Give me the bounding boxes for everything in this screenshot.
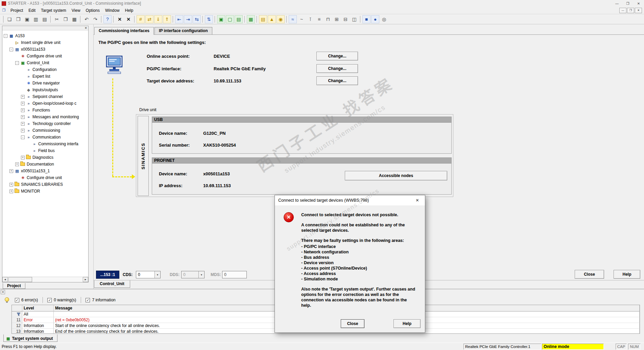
disconnect-drive-icon[interactable]: ⇆ — [193, 15, 201, 23]
tree-toggle[interactable]: + — [15, 162, 19, 166]
tree-item-insert-single-drive-unit[interactable]: ▷Insert single drive unit — [2, 39, 88, 46]
print-icon[interactable]: ▤ — [41, 15, 49, 23]
tree-toggle[interactable]: + — [21, 102, 25, 105]
accessible-nodes-icon[interactable]: # — [137, 15, 145, 23]
scroll-right-button[interactable]: ► — [83, 277, 88, 282]
record-icon[interactable]: ● — [371, 15, 379, 23]
menu-help[interactable]: Help — [122, 7, 136, 14]
redo-icon[interactable]: ↷ — [91, 15, 99, 23]
cds-dropdown-icon[interactable]: ▼ — [154, 271, 160, 278]
tab-project[interactable]: Project — [3, 283, 25, 289]
tree-toggle[interactable]: + — [21, 115, 25, 119]
help-pointer-icon[interactable]: ? — [103, 15, 112, 23]
mdi-close-button[interactable]: ✕ — [635, 8, 642, 13]
tree-item-inputs-outputs[interactable]: ◈Inputs/outputs — [2, 86, 88, 93]
configuration-icon[interactable]: ⊞ — [333, 15, 341, 23]
online-mode-icon[interactable]: ▣ — [217, 15, 225, 23]
tree-item-expert-list[interactable]: »Expert list — [2, 73, 88, 80]
tree-toggle[interactable]: + — [9, 183, 13, 186]
download-target-icon[interactable]: ⇓ — [154, 15, 162, 23]
tree-panel-close-button[interactable]: ✕ — [84, 26, 88, 30]
output-panel-close-button[interactable]: ✕ — [1, 290, 5, 294]
tree-horizontal-scrollbar[interactable]: ◄ ► — [2, 277, 88, 282]
tree-toggle[interactable]: - — [9, 48, 13, 51]
menu-options[interactable]: Options — [83, 7, 102, 14]
change-access-point-button[interactable]: Change... — [316, 52, 358, 60]
tree-item-x005011a153[interactable]: -▤x005011a153 — [2, 46, 88, 53]
dds-dropdown-icon[interactable]: ▼ — [198, 271, 204, 278]
warnings-filter-checkbox[interactable]: ✓ — [47, 298, 52, 302]
expert-list-icon[interactable]: ▤ — [259, 15, 267, 23]
tree-item-x005011a153-1[interactable]: +▤x005011a153_1 — [2, 168, 88, 174]
errors-filter-checkbox[interactable]: ✓ — [15, 298, 19, 302]
alarm-history-icon[interactable]: ▲ — [268, 15, 276, 23]
tree-item-messages-and-monitoring[interactable]: +»Messages and monitoring — [2, 114, 88, 120]
paste-icon[interactable]: ▦ — [70, 15, 78, 23]
tab-control-unit[interactable]: Control_Unit — [94, 280, 130, 288]
menu-target-system[interactable]: Target system — [38, 7, 69, 14]
information-filter-checkbox[interactable]: ✓ — [86, 298, 90, 302]
restore-button[interactable]: ❐ — [622, 0, 633, 7]
copy-ram-rom-icon[interactable]: ▤ — [235, 15, 243, 23]
trace-icon[interactable]: ≈ — [289, 15, 297, 23]
tree-item-documentation[interactable]: +Documentation — [2, 161, 88, 168]
tree-item-functions[interactable]: +»Functions — [2, 107, 88, 114]
tree-item-sinamics-libraries[interactable]: +SINAMICS LIBRARIES — [2, 181, 88, 188]
cds-select[interactable]: 0 ▼ — [136, 271, 161, 278]
tree-toggle[interactable]: - — [15, 61, 19, 65]
undo-icon[interactable]: ↶ — [82, 15, 91, 23]
insert-device-icon[interactable]: ⇤ — [175, 15, 183, 23]
new-project-icon[interactable]: ❏ — [5, 15, 14, 23]
offline-mode-icon[interactable]: ▢ — [226, 15, 234, 23]
tree-item-drive-navigator[interactable]: ✳Drive navigator — [2, 80, 88, 86]
mdi-restore-button[interactable]: ❐ — [627, 8, 634, 13]
connect-drive-icon[interactable]: ⇥ — [184, 15, 192, 23]
tree-item-monitor[interactable]: +MONITOR — [2, 188, 88, 195]
tree-toggle[interactable]: + — [21, 122, 25, 126]
delete-online-icon[interactable]: ✕ — [124, 15, 133, 23]
topology-icon[interactable]: ⊓ — [324, 15, 332, 23]
network-view-icon[interactable]: ▦ — [247, 15, 255, 23]
limits-icon[interactable]: ⊟ — [341, 15, 350, 23]
function-generator-icon[interactable]: ~ — [297, 15, 306, 23]
menu-view[interactable]: View — [69, 7, 83, 14]
panel-close-button[interactable]: Close — [575, 270, 604, 279]
tree-item-open-loop-closed-loop-c[interactable]: +»Open-loop/closed-loop c — [2, 100, 88, 107]
stop-icon[interactable]: ■ — [362, 15, 371, 23]
tree-item-communication[interactable]: -»Communication — [2, 134, 88, 141]
sort-icon[interactable]: ⇅ — [205, 15, 213, 23]
close-button[interactable]: ✕ — [633, 0, 644, 7]
tree-item-setpoint-channel[interactable]: +»Setpoint channel — [2, 93, 88, 100]
tree-item-configure-drive-unit[interactable]: ✳Configure drive unit — [2, 174, 88, 181]
change-pgpc-interface-button[interactable]: Change... — [316, 64, 358, 73]
measure-icon[interactable]: ⊺ — [306, 15, 314, 23]
dialog-close-icon[interactable]: ✕ — [410, 195, 425, 205]
tree-toggle[interactable]: - — [21, 135, 25, 139]
tree-toggle[interactable]: + — [21, 129, 25, 132]
tree-item-control-unit[interactable]: -▣Control_Unit — [2, 59, 88, 66]
tab-target-system-output[interactable]: ▦ Target system output — [3, 334, 57, 342]
connect-target-icon[interactable]: ⇄ — [145, 15, 153, 23]
change-target-address-button[interactable]: Change... — [316, 76, 358, 85]
tab-commissioning-interfaces[interactable]: Commissioning interfaces — [94, 27, 154, 35]
tree-item-configure-drive-unit[interactable]: ✳Configure drive unit — [2, 53, 88, 59]
drive-object-box[interactable]: ...153 :1 — [96, 271, 119, 279]
tree-toggle[interactable]: + — [9, 169, 13, 173]
copy-icon[interactable]: ❐ — [62, 15, 70, 23]
tree-item-technology-controller[interactable]: +»Technology controller — [2, 120, 88, 127]
menu-edit[interactable]: Edit — [26, 7, 38, 14]
accessible-nodes-button[interactable]: Accessible nodes — [345, 171, 447, 180]
tree-item-commissioning[interactable]: +»Commissioning — [2, 127, 88, 134]
dialog-help-button[interactable]: Help — [393, 319, 421, 328]
tree-item-diagnostics[interactable]: +Diagnostics — [2, 154, 88, 161]
scroll-thumb[interactable] — [8, 277, 32, 282]
tree-item-commissioning-interfa[interactable]: »Commissioning interfa — [2, 141, 88, 147]
save-project-icon[interactable]: ▣ — [23, 15, 31, 23]
pause-icon[interactable]: ◎ — [380, 15, 388, 23]
tree-toggle[interactable]: + — [21, 156, 25, 159]
tree-toggle[interactable]: + — [9, 190, 13, 193]
dds-select[interactable]: 0 ▼ — [181, 271, 205, 278]
diagram-icon[interactable]: ◫ — [350, 15, 358, 23]
scroll-left-button[interactable]: ◄ — [2, 277, 8, 282]
bico-icon[interactable]: ≡ — [315, 15, 323, 23]
